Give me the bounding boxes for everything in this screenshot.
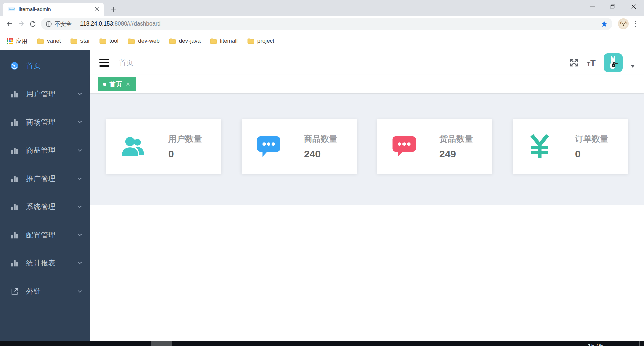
taskbar-clock[interactable]: 15:05	[588, 342, 604, 346]
main-area: 首页 TT	[90, 50, 644, 341]
bookmark-folder[interactable]: tool	[97, 36, 122, 46]
breadcrumb[interactable]: 首页	[119, 58, 133, 67]
sidebar-item[interactable]: 外链	[0, 277, 90, 305]
tag-close-icon[interactable]	[125, 82, 131, 87]
yen-icon	[527, 133, 553, 159]
url-host: 118.24.0.153	[80, 20, 113, 27]
stat-card-title: 商品数量	[304, 133, 343, 144]
folder-icon	[169, 38, 176, 44]
bookmark-folder[interactable]: star	[68, 36, 94, 46]
hamburger-icon[interactable]	[99, 59, 109, 67]
apps-shortcut[interactable]: 应用	[5, 36, 32, 46]
sidebar-item[interactable]: 首页	[0, 52, 90, 80]
sidebar-item-label: 统计报表	[26, 258, 56, 268]
screen: litemall litemall-admin	[0, 0, 644, 346]
stat-card-title: 用户数量	[168, 133, 208, 144]
apps-label: 应用	[16, 37, 28, 45]
bookmark-folder-label: project	[257, 38, 274, 44]
window-controls	[582, 0, 644, 13]
app-navbar: 首页 TT	[90, 50, 644, 75]
windows-taskbar: 15:05	[0, 341, 644, 346]
chevron-down-icon	[77, 232, 83, 238]
bookmark-folder[interactable]: dev-java	[167, 36, 205, 46]
stat-card-value: 0	[575, 148, 614, 160]
app-window: 首页 用户管理	[0, 50, 644, 341]
tag-item[interactable]: 首页	[98, 77, 136, 91]
restore-button[interactable]	[602, 0, 623, 13]
bar-chart-icon	[10, 202, 19, 211]
dashboard-panel: 用户数量 0	[90, 93, 644, 205]
browser-toolbar: 不安全 118.24.0.153:8080/#/dashboard	[0, 16, 644, 32]
sidebar-item[interactable]: 用户管理	[0, 80, 90, 108]
chevron-down-icon	[77, 176, 83, 181]
user-avatar[interactable]	[604, 53, 623, 72]
address-bar[interactable]: 不安全 118.24.0.153:8080/#/dashboard	[41, 18, 612, 30]
folder-icon	[70, 38, 77, 44]
taskbar-separator	[639, 341, 640, 346]
avatar-dropdown-caret[interactable]	[631, 65, 635, 68]
bar-chart-icon	[10, 146, 19, 155]
browser-profile-avatar[interactable]	[618, 18, 629, 29]
url-path: :8080/#/dashboard	[113, 20, 161, 27]
stat-card-title: 订单数量	[575, 133, 614, 144]
url-text: 118.24.0.153:8080/#/dashboard	[80, 20, 161, 27]
favicon: litemall	[8, 7, 15, 11]
bookmark-folder[interactable]: project	[245, 36, 278, 46]
stat-card-value: 0	[168, 148, 208, 160]
security-label: 不安全	[55, 20, 72, 28]
chevron-down-icon	[77, 119, 83, 125]
sidebar-item-label: 商场管理	[26, 117, 56, 127]
bar-chart-icon	[10, 259, 19, 268]
sidebar-item[interactable]: 商场管理	[0, 108, 90, 136]
folder-icon	[247, 38, 254, 44]
folder-icon	[37, 38, 44, 44]
stat-card: 商品数量 240	[241, 119, 357, 174]
stat-card: 订单数量 0	[513, 119, 628, 174]
chevron-down-icon	[77, 148, 83, 153]
sidebar-item[interactable]: 统计报表	[0, 249, 90, 277]
bookmark-folder[interactable]: vanet	[35, 36, 65, 46]
folder-icon	[210, 38, 217, 44]
browser-menu-icon[interactable]	[631, 19, 641, 29]
sidebar-item[interactable]: 商品管理	[0, 136, 90, 164]
bookmark-folder-label: dev-web	[138, 38, 159, 44]
bookmark-folder-label: dev-java	[179, 38, 201, 44]
chevron-down-icon	[77, 204, 83, 209]
back-button[interactable]	[4, 18, 15, 30]
chat-bubble-icon	[256, 133, 282, 159]
minimize-button[interactable]	[582, 0, 602, 13]
bookmark-star-icon[interactable]	[601, 20, 608, 28]
tab-close-icon[interactable]	[94, 6, 100, 12]
bookmark-folder[interactable]: litemall	[208, 36, 242, 46]
chevron-down-icon	[77, 91, 83, 97]
sidebar-item-label: 配置管理	[26, 230, 56, 240]
chevron-down-icon	[77, 260, 83, 266]
sidebar-item[interactable]: 系统管理	[0, 193, 90, 221]
forward-button[interactable]	[15, 18, 27, 30]
tag-label: 首页	[109, 80, 122, 89]
bookmark-folder[interactable]: dev-web	[126, 36, 163, 46]
close-button[interactable]	[623, 0, 644, 13]
stat-card: 货品数量 249	[377, 119, 492, 174]
sidebar-item-label: 首页	[26, 61, 41, 70]
sidebar-item-label: 用户管理	[26, 89, 56, 99]
dashboard-icon	[10, 61, 19, 70]
sidebar-item[interactable]: 推广管理	[0, 164, 90, 193]
sidebar-item[interactable]: 配置管理	[0, 221, 90, 249]
tab-title: litemall-admin	[19, 6, 94, 12]
stat-card-value: 249	[439, 148, 479, 160]
external-link-icon	[10, 287, 19, 296]
taskbar-active-app[interactable]	[151, 341, 172, 346]
fullscreen-icon[interactable]	[569, 58, 579, 68]
sidebar-item-label: 系统管理	[26, 202, 56, 211]
stat-card: 用户数量 0	[106, 119, 221, 174]
users-icon	[120, 133, 146, 159]
new-tab-button[interactable]	[109, 4, 118, 14]
reload-button[interactable]	[27, 18, 38, 30]
stat-card-title: 货品数量	[439, 133, 479, 144]
site-info-icon[interactable]	[46, 21, 52, 27]
browser-tab[interactable]: litemall litemall-admin	[3, 3, 104, 16]
bookmark-folder-label: star	[80, 38, 90, 44]
font-size-icon[interactable]: TT	[587, 58, 596, 67]
folder-icon	[99, 38, 106, 44]
